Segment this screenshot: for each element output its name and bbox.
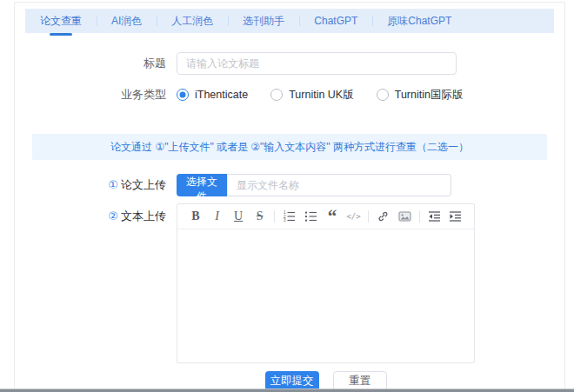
step-1-icon: ①: [108, 178, 118, 191]
svg-text:3: 3: [284, 218, 286, 223]
italic-icon[interactable]: I: [210, 209, 224, 224]
paper-upload-row: ①论文上传 选择文件: [15, 174, 564, 196]
text-upload-row: ②文本上传 B I U S 123 “ </>: [15, 203, 564, 363]
tab-original-chatgpt[interactable]: 原味ChatGPT: [372, 9, 466, 33]
window-bottom-edge: [0, 389, 574, 392]
radio-turnitin-uk[interactable]: Turnitin UK版: [270, 88, 354, 103]
link-icon[interactable]: [377, 209, 390, 224]
indent-decrease-icon[interactable]: [427, 209, 441, 224]
title-input[interactable]: [177, 52, 457, 75]
radio-unchecked-icon: [270, 89, 283, 101]
rich-text-editor: B I U S 123 “ </>: [177, 203, 475, 363]
editor-content[interactable]: [177, 229, 474, 363]
tab-ai-polish[interactable]: AI润色: [97, 9, 157, 33]
tab-bar: 论文查重 AI润色 人工润色 选刊助手 ChatGPT 原味ChatGPT: [25, 9, 554, 33]
tab-chatgpt[interactable]: ChatGPT: [299, 9, 372, 33]
radio-unchecked-icon: [377, 89, 389, 101]
toolbar-divider: [368, 210, 369, 223]
screen: 论文查重 AI润色 人工润色 选刊助手 ChatGPT 原味ChatGPT 标题…: [0, 0, 574, 392]
tab-journal-helper[interactable]: 选刊助手: [228, 9, 299, 33]
underline-icon[interactable]: U: [231, 209, 245, 224]
image-icon[interactable]: [397, 209, 411, 224]
business-type-options: iThenticate Turnitin UK版 Turnitin国际版: [177, 88, 463, 103]
editor-toolbar: B I U S 123 “ </>: [177, 204, 474, 229]
unordered-list-icon[interactable]: [304, 209, 317, 224]
title-row: 标题: [15, 52, 564, 75]
notice-text: 论文通过 ①"上传文件" 或者是 ②"输入文本内容" 两种方式进行查重（二选一）: [110, 141, 469, 153]
toolbar-divider: [419, 210, 420, 223]
strikethrough-icon[interactable]: S: [253, 209, 267, 224]
content-card: 论文查重 AI润色 人工润色 选刊助手 ChatGPT 原味ChatGPT 标题…: [14, 2, 565, 392]
choose-file-button[interactable]: 选择文件: [177, 174, 227, 196]
radio-label: Turnitin国际版: [395, 88, 464, 103]
file-name-input[interactable]: [227, 174, 451, 196]
radio-label: iThenticate: [195, 89, 248, 101]
business-type-row: 业务类型 iThenticate Turnitin UK版 Turnitin国际…: [15, 87, 564, 103]
toolbar-divider: [274, 210, 275, 223]
step-2-icon: ②: [108, 209, 118, 223]
radio-checked-icon: [177, 89, 189, 101]
blockquote-icon[interactable]: “: [325, 209, 339, 224]
text-upload-label: ②文本上传: [15, 203, 177, 224]
ordered-list-icon[interactable]: 123: [283, 209, 297, 224]
indent-increase-icon[interactable]: [449, 209, 463, 224]
paper-upload-label: ①论文上传: [15, 177, 177, 193]
radio-ithenticate[interactable]: iThenticate: [177, 89, 248, 101]
radio-turnitin-intl[interactable]: Turnitin国际版: [377, 88, 464, 103]
business-type-label: 业务类型: [15, 87, 177, 103]
bold-icon[interactable]: B: [189, 209, 203, 224]
notice-banner: 论文通过 ①"上传文件" 或者是 ②"输入文本内容" 两种方式进行查重（二选一）: [32, 134, 547, 160]
tab-human-polish[interactable]: 人工润色: [157, 9, 228, 33]
title-label: 标题: [15, 56, 177, 71]
tab-paper-check[interactable]: 论文查重: [25, 9, 97, 33]
radio-label: Turnitin UK版: [289, 88, 354, 103]
code-icon[interactable]: </>: [347, 209, 361, 224]
